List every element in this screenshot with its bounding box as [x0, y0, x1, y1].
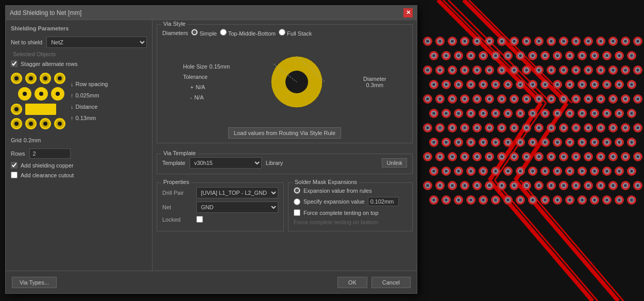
library-label: Library [266, 160, 283, 166]
properties-solder-row: Properties Drill Pair [UVIA] L1_TOP - L2… [157, 178, 413, 231]
via-spec-left: Hole Size 0.15mm Tolerance + N/A - N/A [183, 63, 230, 101]
load-values-button[interactable]: Load values from Routing Via Style Rule [228, 127, 341, 139]
tenting-bottom-label: Force complete tenting on bottom [294, 219, 378, 225]
diameters-row: Diameters Simple Top-Middle-Bottom Full … [162, 29, 407, 37]
bottom-bar: Via Types... OK Cancel [6, 271, 417, 293]
distance-value-item: 0.13mm [71, 115, 108, 121]
tolerance-minus-sign: - [190, 94, 192, 101]
properties-title: Properties [161, 179, 191, 185]
tolerance-plus-sign: + [190, 84, 193, 90]
close-button[interactable]: ✕ [403, 8, 413, 18]
arrow-down-icon-1 [71, 81, 74, 87]
template-row: Template v30h15 Library Unlink [162, 157, 407, 169]
specify-expansion-radio[interactable] [294, 198, 300, 205]
properties-box: Properties Drill Pair [UVIA] L1_TOP - L2… [157, 182, 284, 231]
drill-pair-row: Drill Pair [UVIA] L1_TOP - L2_GND [162, 187, 278, 198]
diameter-label-text: Diameter [363, 76, 386, 82]
tolerance-minus-value: N/A [194, 94, 204, 101]
specify-expansion-row: Specify expansion value [294, 197, 407, 206]
expansion-from-rules-row: Expansion value from rules [294, 187, 407, 194]
dialog-action-btns: OK Cancel [337, 277, 411, 288]
add-shielding-checkbox[interactable] [11, 162, 18, 169]
left-panel: Shielding Parameters Net to shield NetZ … [6, 20, 152, 271]
tolerance-minus-row: - N/A [183, 94, 230, 101]
top-middle-bottom-radio-label: Top-Middle-Bottom [220, 29, 276, 37]
solder-mask-title: Solder Mask Expansions [293, 179, 359, 185]
diameter-value: 0.3mm [366, 82, 384, 88]
stagger-row: Stagger alternate rows [11, 60, 147, 67]
template-label: Template [162, 160, 185, 166]
row-spacing-item: Row spacing [71, 81, 108, 87]
net-to-shield-label: Net to shield [11, 39, 42, 45]
expansion-value-input[interactable] [368, 197, 399, 206]
tolerance-plus-value: N/A [196, 84, 205, 90]
distance-label: Distance [76, 104, 98, 110]
grid-label-row: Grid 0.2mm [11, 137, 147, 143]
via-8 [11, 104, 22, 115]
tolerance-row: Tolerance [183, 74, 230, 80]
net-row: Net GND [162, 202, 278, 213]
dialog-titlebar: Add Shielding to Net [mm] ✕ [6, 6, 417, 20]
via-donut-svg [263, 48, 330, 115]
add-clearance-checkbox[interactable] [11, 172, 18, 178]
grid-label: Grid [11, 137, 22, 143]
locked-label: Locked [162, 216, 193, 223]
via-types-button[interactable]: Via Types... [12, 277, 57, 288]
distance-item: Distance [71, 104, 108, 110]
net-select-props[interactable]: GND [196, 202, 278, 213]
tenting-top-row: Force complete tenting on top [294, 209, 407, 216]
drill-pair-label: Drill Pair [162, 190, 193, 196]
hole-size-value: 0.15mm [209, 63, 230, 70]
add-shielding-row: Add shielding copper [11, 162, 147, 169]
locked-row: Locked [162, 216, 278, 223]
specify-expansion-label: Specify expansion value [303, 198, 365, 205]
via-11 [40, 118, 51, 129]
tenting-top-checkbox[interactable] [294, 209, 300, 216]
top-middle-bottom-label: Top-Middle-Bottom [228, 30, 276, 37]
expansion-from-rules-label: Expansion value from rules [303, 188, 372, 194]
via-grid-diagram [11, 73, 65, 129]
via-row-2 [11, 87, 65, 101]
simple-radio-label: Simple [191, 29, 217, 37]
via-style-title: Via Style [161, 21, 188, 27]
selected-objects-label: Selected Objects [11, 51, 147, 57]
full-stack-label: Full Stack [287, 30, 312, 37]
hole-size-label: Hole Size [183, 63, 207, 70]
via-row-4 [11, 118, 65, 129]
row-spacing-label: Row spacing [76, 81, 108, 87]
stagger-label: Stagger alternate rows [21, 61, 78, 67]
row-spacing-value: 0.025mm [76, 92, 99, 98]
via-style-box: Via Style Diameters Simple Top-Middle-Bo… [157, 24, 413, 143]
hole-size-row: Hole Size 0.15mm [183, 63, 230, 70]
full-stack-radio[interactable] [279, 29, 285, 36]
rows-input[interactable] [29, 148, 71, 159]
via-6 [35, 87, 48, 101]
full-stack-radio-label: Full Stack [279, 29, 312, 37]
net-label: Net [162, 204, 193, 210]
top-middle-bottom-radio[interactable] [220, 29, 227, 36]
drill-pair-select[interactable]: [UVIA] L1_TOP - L2_GND [196, 187, 278, 198]
add-shielding-label: Add shielding copper [21, 162, 74, 169]
via-2 [25, 73, 37, 84]
cancel-button[interactable]: Cancel [371, 277, 411, 288]
via-12 [54, 118, 65, 129]
simple-radio[interactable] [191, 29, 198, 36]
stagger-checkbox[interactable] [11, 60, 18, 67]
ok-button[interactable]: OK [337, 277, 367, 288]
locked-checkbox[interactable] [196, 216, 203, 223]
template-select[interactable]: v30h15 [190, 157, 262, 169]
solder-mask-box: Solder Mask Expansions Expansion value f… [288, 182, 413, 231]
rows-row: Rows [11, 148, 147, 159]
rows-label: Rows [11, 150, 25, 157]
via-5 [18, 87, 31, 101]
tolerance-plus-row: + N/A [183, 84, 230, 90]
expansion-from-rules-radio[interactable] [294, 187, 300, 194]
net-to-shield-row: Net to shield NetZ [11, 37, 147, 48]
dialog: Add Shielding to Net [mm] ✕ Shielding Pa… [5, 5, 417, 294]
highlight-bar [25, 104, 56, 115]
unlink-button[interactable]: Unlink [382, 158, 407, 168]
shielding-params-title: Shielding Parameters [11, 25, 147, 31]
net-to-shield-select[interactable]: NetZ [46, 37, 147, 48]
grid-value: 0.2mm [24, 137, 41, 143]
arrow-up-icon-1 [71, 92, 74, 98]
